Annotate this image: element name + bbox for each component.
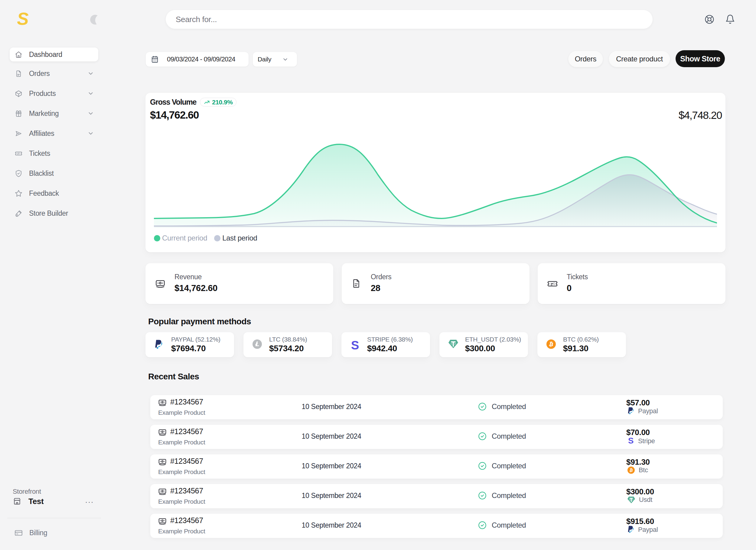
svg-text:S: S — [351, 340, 359, 352]
svg-text:S: S — [628, 437, 634, 445]
